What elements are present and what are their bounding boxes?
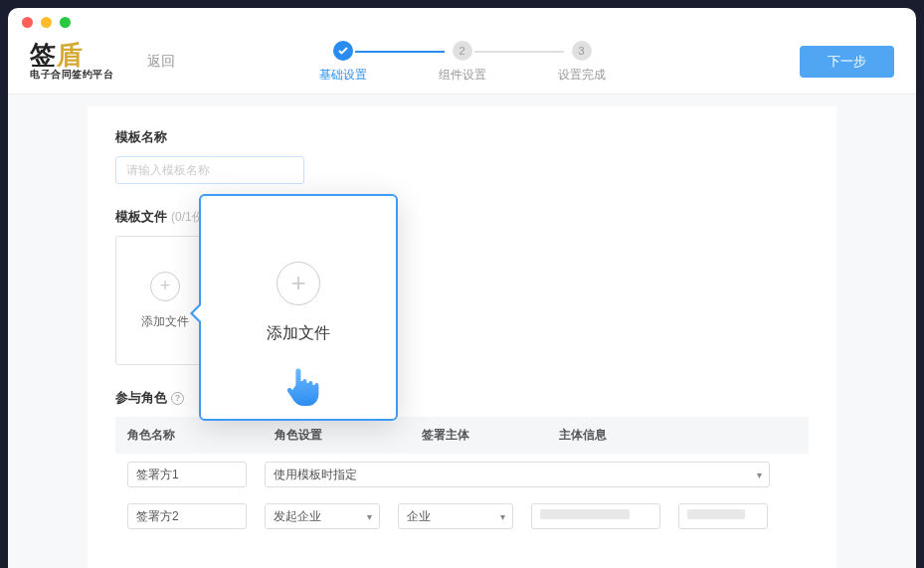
step-label: 组件设置 [439,67,486,84]
next-button[interactable]: 下一步 [800,46,894,78]
table-row: ▾ ▾ [115,495,809,537]
col-subject-info: 主体信息 [559,427,797,444]
step-complete[interactable]: 3 设置完成 [522,41,642,84]
template-name-input[interactable] [115,156,304,184]
help-icon[interactable]: ? [171,392,184,405]
add-file-label: 添加文件 [141,313,189,330]
progress-stepper: 基础设置 2 组件设置 3 设置完成 [283,41,642,84]
step-number: 2 [453,41,472,61]
maximize-window-button[interactable] [60,17,71,28]
step-label: 基础设置 [319,67,367,84]
logo-main: 签 [30,40,57,70]
logo: 签盾 电子合同签约平台 [30,42,113,82]
page-header: 签盾 电子合同签约平台 返回 基础设置 2 组件设置 3 设置完成 [8,36,916,95]
step-component-settings[interactable]: 2 组件设置 [403,41,522,84]
roles-label-text: 参与角色 [115,389,167,407]
table-row: ▾ [115,454,809,495]
minimize-window-button[interactable] [41,17,52,28]
roles-table-header: 角色名称 角色设置 签署主体 主体信息 [115,417,809,454]
step-check-icon [333,41,353,61]
col-sign-subject: 签署主体 [422,427,541,444]
sign-subject-select[interactable] [398,503,513,529]
step-basic-settings[interactable]: 基础设置 [283,41,403,84]
pointer-cursor-icon [280,363,324,411]
window-titlebar [8,8,916,36]
logo-subtitle: 电子合同签约平台 [30,68,113,82]
role-name-input[interactable] [127,503,247,529]
add-file-label: 添加文件 [267,323,330,344]
subject-info-field[interactable] [678,503,768,529]
role-setting-select[interactable] [265,462,770,487]
col-role-name: 角色名称 [127,427,257,444]
step-number: 3 [572,41,592,61]
col-role-setting: 角色设置 [275,427,404,444]
role-name-input[interactable] [127,462,247,487]
template-file-label-text: 模板文件 [115,208,167,226]
plus-icon: + [277,262,320,305]
template-name-label: 模板名称 [115,128,809,146]
step-label: 设置完成 [558,67,606,84]
logo-accent: 盾 [57,42,84,68]
close-window-button[interactable] [22,17,33,28]
add-file-popover[interactable]: + 添加文件 [199,194,398,421]
main-content: 模板名称 模板文件 (0/1份文件，支持1 + 添加文件 参与角色 ? [8,95,916,568]
role-setting-select[interactable] [265,503,380,529]
plus-icon: + [150,272,180,301]
back-link[interactable]: 返回 [147,53,175,71]
subject-info-field[interactable] [531,503,660,529]
